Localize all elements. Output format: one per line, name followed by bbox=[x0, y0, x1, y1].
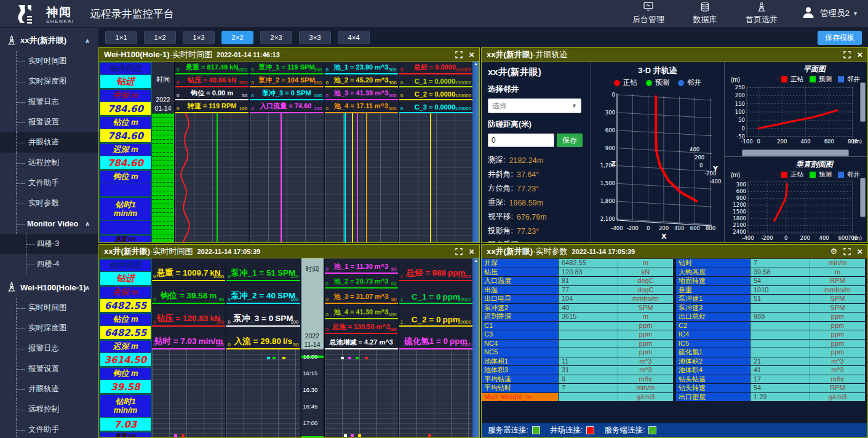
offset-well-select[interactable]: 选择 ▼ bbox=[488, 98, 581, 113]
close-icon[interactable]: × bbox=[469, 247, 474, 256]
sidebar-item[interactable]: 井眼轨迹 bbox=[0, 379, 98, 399]
curve-header[interactable]: 0 入流29.80l/s 50 bbox=[226, 327, 300, 349]
sidebar-item[interactable]: 报警设置 bbox=[0, 359, 98, 379]
layout-button[interactable]: 4×4 bbox=[338, 31, 370, 44]
sidebar-item[interactable]: 井眼轨迹 bbox=[0, 132, 98, 153]
anticollision-distance-input[interactable] bbox=[488, 133, 554, 147]
expand-icon[interactable] bbox=[455, 248, 463, 255]
sidebar-item[interactable]: 文件助手 bbox=[0, 173, 98, 193]
sidebar-item[interactable]: Monitor Video ∧ bbox=[0, 213, 98, 234]
curve-header[interactable]: 0 总烃0.0000 100000 bbox=[399, 62, 472, 74]
expand-icon[interactable] bbox=[843, 248, 851, 255]
curve-header[interactable]: 总池增减4.27m^3 bbox=[325, 334, 398, 349]
plan-view-plot[interactable]: -1000200400600800250200150100500-50(m) bbox=[728, 84, 862, 146]
curve-header[interactable]: 0 池_417.11m^3 300 bbox=[325, 100, 398, 113]
track2-plot bbox=[226, 349, 300, 437]
curve-header[interactable]: 0 总池130.50m^3 198 bbox=[325, 319, 398, 335]
curve-header[interactable]: 0 泵冲_30SPM 100 bbox=[250, 87, 323, 100]
curve-header[interactable]: 0 钩位39.58m 40 bbox=[152, 281, 225, 304]
layout-button[interactable]: 1×2 bbox=[144, 31, 176, 44]
curve-header[interactable]: 0 池_341.39m^3 300 bbox=[325, 87, 398, 100]
curve-header[interactable]: 0 池_123.90m^3 300 bbox=[325, 62, 398, 74]
curve-header[interactable]: 1 总烃988ppm 10000 bbox=[399, 258, 472, 281]
layout-button[interactable]: 2×3 bbox=[260, 31, 292, 44]
curve-header[interactable]: 1 C_20ppm 10000 bbox=[399, 304, 472, 327]
curve-header[interactable]: 0 池_245.20m^3 300 bbox=[325, 74, 398, 87]
sidebar-item[interactable]: 四楼-3 bbox=[0, 234, 98, 254]
sidebar-item[interactable]: 远程控制 bbox=[0, 153, 98, 173]
sidebar-item[interactable]: 实时时间图 bbox=[0, 298, 98, 318]
curve-header[interactable]: 0 钻压120.83kN 300 bbox=[152, 304, 225, 327]
layout-button[interactable]: 3×3 bbox=[299, 31, 331, 44]
track3-headers: 0 池_123.90m^3 300 0 池_245.20m^3 300 bbox=[325, 62, 398, 113]
expand-icon[interactable] bbox=[843, 51, 851, 58]
curve-header[interactable]: 0 入口流量74.60 100 bbox=[250, 100, 323, 113]
curve-header[interactable]: 0 钻压40.66kN 300 bbox=[175, 74, 249, 87]
layout-button-label: 3×3 bbox=[309, 34, 321, 41]
sidebar-item[interactable]: Wei-H100(Hole-1) ∧ bbox=[0, 277, 98, 298]
layout-button[interactable]: 1×3 bbox=[183, 31, 215, 44]
curve-header[interactable]: 0 泵冲_1119SPM 200 bbox=[250, 62, 323, 74]
sidebar-item[interactable]: 实时深度图 bbox=[0, 318, 98, 338]
vertical-scrollbar[interactable]: ▲ bbox=[472, 62, 479, 242]
sidebar-item[interactable]: xx井(新井眼) ∧ bbox=[0, 30, 98, 51]
layout-button[interactable]: 2×2 bbox=[221, 31, 253, 44]
curve-header[interactable]: 0 悬重1009.7kN 3000 bbox=[152, 258, 225, 281]
save-button[interactable]: 保存 bbox=[557, 133, 583, 147]
param-value: 40 bbox=[559, 304, 618, 313]
nav-home-well-select[interactable]: 首页选井 bbox=[733, 2, 790, 25]
curve-header[interactable]: 0 池_220.73m^3 50 bbox=[325, 274, 398, 289]
legend-item: 正钻 bbox=[781, 170, 803, 179]
horizontal-scrollbar[interactable] bbox=[742, 149, 849, 156]
sidebar-item[interactable]: 报警设置 bbox=[0, 112, 98, 132]
param-unit: m bbox=[618, 259, 674, 268]
close-icon[interactable]: × bbox=[469, 50, 474, 59]
user-menu[interactable]: 管理员2 ▼ bbox=[801, 5, 858, 22]
close-icon[interactable]: × bbox=[857, 50, 862, 59]
sidebar-item[interactable]: 实时时间图 bbox=[0, 51, 98, 71]
vertical-scrollbar[interactable] bbox=[860, 82, 866, 122]
sidebar-item[interactable]: 文件助手 bbox=[0, 420, 98, 438]
sidebar-item[interactable]: 报警日志 bbox=[0, 92, 98, 112]
nav-database[interactable]: 数据库 bbox=[677, 2, 733, 25]
sidebar-item[interactable]: 四楼-4 bbox=[0, 254, 98, 274]
curve-header[interactable]: 0 泵冲_30SPM 100 bbox=[226, 304, 300, 327]
value-label: 井深 m bbox=[100, 287, 151, 298]
trajectory-3d-plot[interactable]: -400-200020040060080003006009001,2001,50… bbox=[592, 87, 723, 242]
vertical-scrollbar[interactable]: ▲ bbox=[472, 258, 479, 437]
save-template-button[interactable]: 保存模板 bbox=[818, 31, 862, 45]
curve-header[interactable]: 0 C_20.0000 100000 bbox=[399, 87, 472, 100]
curve-header[interactable]: 硫化氢10ppm 1000 bbox=[399, 327, 472, 349]
curve-header[interactable]: 0 钩位0.00m 50 bbox=[175, 87, 249, 100]
curve-header[interactable]: 0 泵冲_240SPM 100 bbox=[226, 281, 300, 304]
vertical-scrollbar[interactable] bbox=[860, 178, 866, 217]
svg-text:200: 200 bbox=[777, 138, 787, 145]
sidebar-item[interactable]: 报警日志 bbox=[0, 338, 98, 359]
data-mark bbox=[273, 357, 276, 359]
sidebar-item-label: 四楼-4 bbox=[37, 259, 59, 269]
sidebar-item[interactable]: 实时深度图 bbox=[0, 71, 98, 92]
vertical-section-plot[interactable]: -400-20002004006007003006009001200150018… bbox=[728, 179, 862, 242]
close-icon[interactable]: × bbox=[857, 247, 862, 256]
curve-header[interactable]: 0 转速119RPM 100 bbox=[175, 100, 249, 113]
curve-trace bbox=[357, 113, 358, 242]
expand-icon[interactable] bbox=[455, 51, 463, 58]
curve-trace bbox=[352, 113, 353, 242]
panel-title: Wei-H100(Hole-1) bbox=[104, 50, 170, 59]
curve-header[interactable]: 0 池_331.07m^3 50 bbox=[325, 289, 398, 304]
curve-header[interactable]: 0 C_10.0000 100000 bbox=[399, 74, 472, 87]
curve-header[interactable]: 0 泵冲_2104SPM 200 bbox=[250, 74, 323, 87]
curve-header[interactable]: 0 钻时7.03min/m 200 bbox=[152, 327, 225, 349]
layout-button[interactable]: 1×1 bbox=[105, 31, 137, 44]
curve-header[interactable]: 0 池_441.30m^3 100 bbox=[325, 304, 398, 319]
param-unit: ppm bbox=[618, 322, 674, 330]
gear-icon[interactable]: ⚙ bbox=[830, 247, 838, 255]
curve-header[interactable]: 0 悬重817.49kN 1000 bbox=[175, 62, 249, 74]
curve-header[interactable]: 0 泵冲_151SPM 120 bbox=[226, 258, 300, 281]
curve-header[interactable]: 0 池_111.30m^3 50 bbox=[325, 258, 398, 274]
sidebar-item[interactable]: 实时参数 bbox=[0, 193, 98, 213]
curve-header[interactable]: 1 C_10ppm 10000 bbox=[399, 281, 472, 304]
sidebar-item[interactable]: 远程控制 bbox=[0, 399, 98, 420]
nav-backend-admin[interactable]: 后台管理 bbox=[620, 2, 677, 25]
curve-header[interactable]: 0 C_30.0000 100000 bbox=[399, 100, 472, 113]
